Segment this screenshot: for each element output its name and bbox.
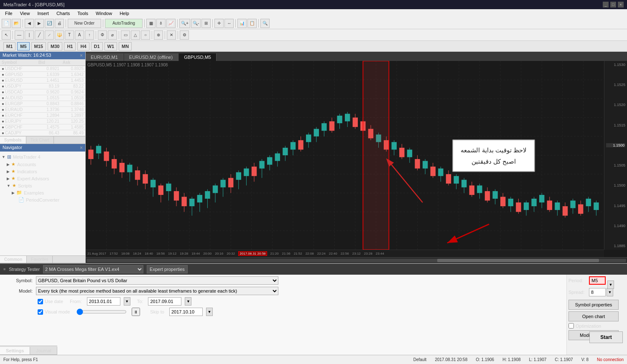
ellipse-btn[interactable]: ○ (141, 30, 150, 40)
tree-expand-examples[interactable]: ▶ (12, 191, 15, 195)
tree-expand-scripts[interactable]: ▼ (7, 184, 10, 188)
refresh-btn[interactable]: 🔃 (45, 19, 54, 28)
chart-type-candle[interactable]: 🕯 (156, 19, 166, 28)
open-btn[interactable]: 📂 (12, 19, 21, 28)
close-button[interactable]: × (618, 2, 624, 8)
period-m1[interactable]: M1 (3, 42, 15, 51)
open-chart-btn[interactable]: Open chart (568, 311, 619, 321)
ea-selector[interactable]: 2 MA Crosses Mega filter EA V1.ex4 (43, 265, 143, 273)
mw-tab-tick[interactable]: Tick Chart (26, 136, 54, 144)
pitchfork-btn[interactable]: 🔱 (55, 30, 64, 40)
st-tab-settings[interactable]: Settings (0, 347, 30, 354)
chart-tab-eurusd-m2[interactable]: EURUSD,M2 (offline) (124, 53, 178, 61)
market-watch-row[interactable]: ●EURGBP 0.8843 0.8846 (0, 101, 85, 107)
period-w1[interactable]: W1 (104, 42, 117, 51)
pause-btn[interactable]: ⏸ (132, 308, 140, 316)
from-date-picker[interactable]: ▼ (124, 297, 130, 306)
mw-tab-symbols[interactable]: Symbols (0, 136, 26, 144)
channel-btn[interactable]: ⟋ (45, 30, 54, 40)
maximize-button[interactable]: □ (610, 2, 616, 8)
market-watch-row[interactable]: ●EURUSD 1.4451 1.4453 (0, 78, 85, 83)
period-d1[interactable]: D1 (91, 42, 103, 51)
market-watch-row[interactable]: ●EURJPY 120.21 120.25 (0, 119, 85, 124)
autotrading-btn[interactable]: AutoTrading (105, 19, 143, 28)
menu-charts[interactable]: Charts (53, 10, 73, 17)
h-scroll-thumb[interactable] (437, 259, 599, 262)
symbol-properties-btn[interactable]: Symbol properties (568, 300, 619, 310)
period-h4[interactable]: H4 (77, 42, 89, 51)
market-watch-row[interactable]: ●CADJPY 86.43 86.49 (0, 130, 85, 136)
tline-btn[interactable]: ╱ (35, 30, 44, 40)
fibo-btn[interactable]: Φ (98, 30, 107, 40)
new-chart-btn[interactable]: 📄 (2, 19, 11, 28)
period-input[interactable] (589, 276, 606, 285)
triangle-btn[interactable]: △ (131, 30, 140, 40)
rectangle-btn[interactable]: ▭ (121, 30, 130, 40)
market-watch-row[interactable]: ●EURAUD 1.3736 1.3748 (0, 107, 85, 113)
minimize-button[interactable]: _ (603, 2, 609, 8)
arrow-btn[interactable]: ↑ (85, 30, 94, 40)
st-model-select[interactable]: Every tick (the most precise method base… (36, 287, 278, 295)
optimization-checkbox[interactable] (568, 323, 574, 329)
market-watch-row[interactable]: ●AUDUSD 1.0515 1.0518 (0, 95, 85, 101)
indicator-btn[interactable]: 📊 (237, 19, 247, 28)
navigator-close[interactable]: × (80, 145, 83, 151)
market-watch-row[interactable]: ●EURCHF 1.2894 1.2897 (0, 113, 85, 119)
zoom-in-btn[interactable]: 🔍+ (179, 19, 190, 28)
tree-examples[interactable]: ▶ 📁 Examples (0, 189, 85, 196)
market-watch-row[interactable]: ●GBPCHF 1.4575 1.4585 (0, 124, 85, 130)
period-m30[interactable]: M30 (48, 42, 62, 51)
chart-tab-gbpusd-m5[interactable]: GBPUSD,M5 (179, 53, 217, 61)
use-date-checkbox[interactable] (38, 299, 43, 304)
text-btn[interactable]: T (65, 30, 74, 40)
chart-type-bar[interactable]: ▦ (146, 19, 155, 28)
menu-insert[interactable]: Insert (34, 10, 52, 17)
templates-btn[interactable]: 📋 (247, 19, 257, 28)
fit-btn[interactable]: ⊞ (201, 19, 211, 28)
spread-input[interactable] (589, 288, 606, 296)
vline-btn[interactable]: | (25, 30, 34, 40)
new-order-btn[interactable]: New Order (68, 19, 101, 28)
menu-tools[interactable]: Tools (74, 10, 92, 17)
visual-speed-slider[interactable] (76, 308, 127, 315)
tree-accounts[interactable]: ▶ ★ Accounts (0, 161, 85, 168)
period-mn[interactable]: MN (119, 42, 132, 51)
h-scroll-track[interactable] (87, 259, 626, 262)
properties-btn[interactable]: ⚙ (180, 30, 189, 40)
period-m15[interactable]: M15 (31, 42, 46, 51)
visual-mode-checkbox[interactable] (38, 309, 43, 315)
forward-btn[interactable]: ▶ (35, 19, 44, 28)
market-watch-row[interactable]: ●GBPUSD 1.6339 1.6342 (0, 72, 85, 78)
period-h1[interactable]: H1 (64, 42, 76, 51)
menu-view[interactable]: View (17, 10, 33, 17)
zoom-area-btn[interactable]: ⊕ (154, 30, 163, 40)
zoom-out-btn[interactable]: 🔍- (191, 19, 201, 28)
period-m5[interactable]: M5 (17, 42, 29, 51)
from-date-input[interactable] (87, 297, 120, 306)
st-symbol-select[interactable]: GBPUSD, Great Britain Pound vs US Dollar (36, 276, 278, 285)
start-button[interactable]: Start (589, 331, 623, 343)
market-watch-row[interactable]: ●USDCHF 0.8921 0.8925 (0, 66, 85, 72)
skip-to-picker[interactable]: ▼ (206, 308, 213, 316)
h-scrollbar[interactable] (86, 257, 627, 263)
crosshair-btn[interactable]: ✛ (214, 19, 224, 28)
tree-period-converter[interactable]: 📄 PeriodConverter (0, 196, 85, 203)
tree-indicators[interactable]: ▶ ★ Indicators (0, 168, 85, 175)
nav-tab-common[interactable]: Common (0, 256, 27, 263)
label-btn[interactable]: A (75, 30, 84, 40)
st-tab-journal[interactable]: Journal (30, 347, 57, 354)
search-btn[interactable]: 🔍 (260, 19, 270, 28)
print-btn[interactable]: 🖨 (55, 19, 64, 28)
scroll-btn[interactable]: ↔ (224, 19, 234, 28)
tree-expand-ea[interactable]: ▶ (7, 177, 10, 181)
tree-expand-mt4[interactable]: ▼ (2, 155, 5, 159)
tree-expert-advisors[interactable]: ▶ ★ Expert Advisors (0, 175, 85, 182)
tree-scripts[interactable]: ▼ ★ Scripts (0, 182, 85, 189)
market-watch-close[interactable]: × (80, 53, 83, 58)
to-date-picker[interactable]: ▼ (185, 297, 191, 306)
menu-file[interactable]: File (2, 10, 16, 17)
menu-window[interactable]: Window (92, 10, 115, 17)
market-watch-row[interactable]: ●USDJPY 83.19 83.22 (0, 83, 85, 89)
period-dropdown-btn[interactable]: ▼ (607, 281, 614, 289)
back-btn[interactable]: ◀ (25, 19, 34, 28)
